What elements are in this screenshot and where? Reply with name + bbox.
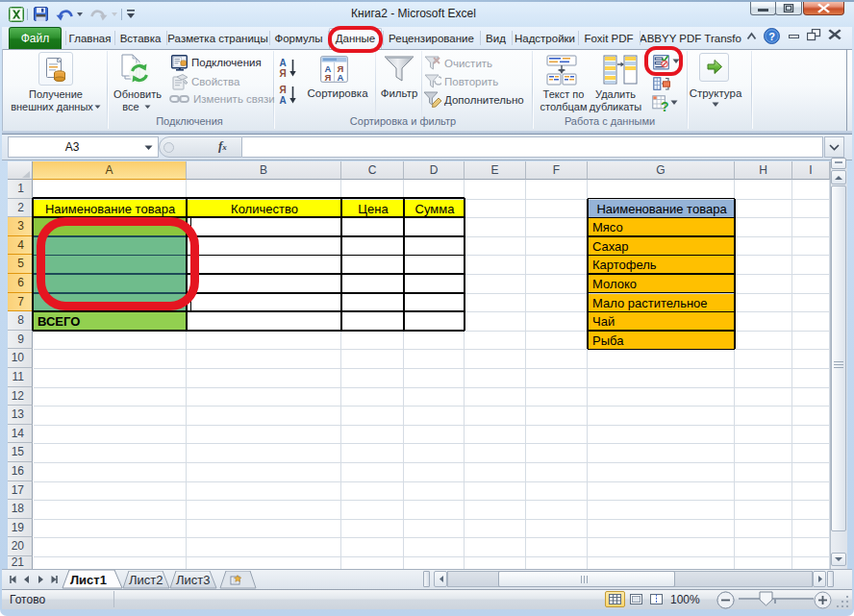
svg-text:?: ? (661, 99, 669, 113)
svg-text:Я: Я (325, 72, 332, 83)
svg-text:Я: Я (279, 85, 286, 95)
svg-text:А: А (279, 95, 286, 106)
svg-text:?: ? (768, 31, 775, 42)
svg-text:А: А (279, 58, 286, 68)
svg-text:А: А (338, 72, 344, 83)
svg-text:Я: Я (279, 68, 286, 79)
